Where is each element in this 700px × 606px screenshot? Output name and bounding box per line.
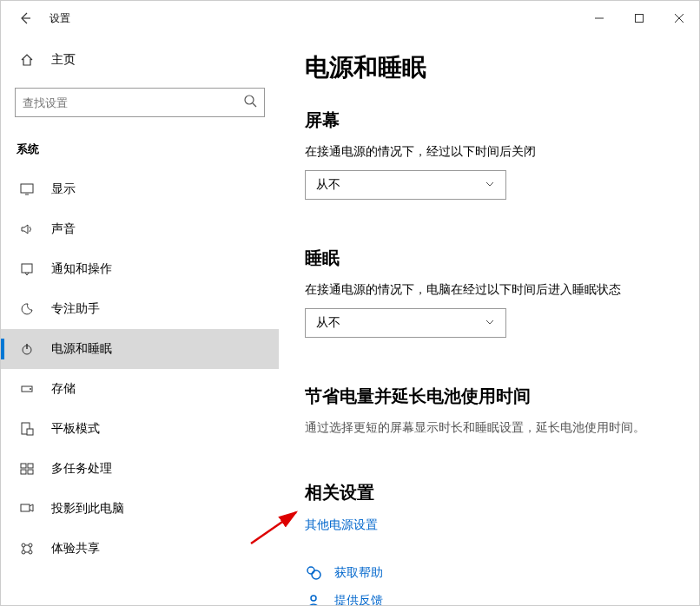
svg-point-23 <box>29 550 32 554</box>
multitask-icon <box>20 462 34 476</box>
nav-item-focus[interactable]: 专注助手 <box>1 289 279 329</box>
home-link[interactable]: 主页 <box>1 43 279 77</box>
svg-line-5 <box>253 103 256 107</box>
search-input[interactable] <box>23 96 243 109</box>
project-icon <box>20 502 34 516</box>
nav-label: 显示 <box>51 181 76 197</box>
get-help-label: 获取帮助 <box>334 565 383 581</box>
main-content: 电源和睡眠 屏幕 在接通电源的情况下，经过以下时间后关闭 从不 睡眠 在接通电源… <box>279 36 699 605</box>
svg-point-24 <box>307 567 314 574</box>
nav-label: 通知和操作 <box>51 261 112 277</box>
nav-item-multitask[interactable]: 多任务处理 <box>1 449 279 489</box>
svg-rect-19 <box>21 504 30 511</box>
sidebar: 主页 系统 显示 声音 通知和操作 专注助手 电源和睡眠 <box>1 36 279 605</box>
feedback-icon <box>305 592 322 605</box>
screen-section-title: 屏幕 <box>305 109 673 132</box>
nav-label: 体验共享 <box>51 541 100 557</box>
svg-point-22 <box>22 550 25 554</box>
nav-item-project[interactable]: 投影到此电脑 <box>1 489 279 529</box>
svg-rect-14 <box>27 429 33 435</box>
svg-point-20 <box>22 543 25 547</box>
nav-label: 投影到此电脑 <box>51 501 124 517</box>
sleep-section-title: 睡眠 <box>305 247 673 270</box>
battery-desc: 通过选择更短的屏幕显示时长和睡眠设置，延长电池使用时间。 <box>305 420 673 436</box>
monitor-icon <box>20 182 34 196</box>
svg-rect-17 <box>21 470 26 474</box>
sleep-timeout-value: 从不 <box>316 315 340 331</box>
nav-label: 存储 <box>51 381 76 397</box>
svg-point-12 <box>30 388 31 390</box>
svg-point-26 <box>311 596 316 601</box>
svg-rect-6 <box>21 184 33 193</box>
screen-desc: 在接通电源的情况下，经过以下时间后关闭 <box>305 144 673 160</box>
svg-point-25 <box>312 570 320 579</box>
nav-item-power[interactable]: 电源和睡眠 <box>1 329 279 369</box>
maximize-button[interactable] <box>619 4 659 32</box>
nav-item-tablet[interactable]: 平板模式 <box>1 409 279 449</box>
page-title: 电源和睡眠 <box>305 51 673 84</box>
moon-icon <box>20 302 34 316</box>
nav-label: 专注助手 <box>51 301 100 317</box>
share-icon <box>20 542 34 556</box>
related-section-title: 相关设置 <box>305 481 673 504</box>
svg-point-4 <box>245 96 254 104</box>
storage-icon <box>20 382 34 396</box>
back-button[interactable] <box>8 1 43 36</box>
speaker-icon <box>20 222 34 236</box>
nav-item-share[interactable]: 体验共享 <box>1 529 279 569</box>
home-label: 主页 <box>51 52 76 68</box>
svg-rect-16 <box>28 464 33 468</box>
svg-rect-18 <box>28 470 33 474</box>
search-icon <box>243 94 257 111</box>
screen-timeout-select[interactable]: 从不 <box>305 170 506 200</box>
minimize-button[interactable] <box>579 4 619 32</box>
tablet-icon <box>20 422 34 436</box>
other-power-settings-link[interactable]: 其他电源设置 <box>305 517 378 533</box>
nav-item-display[interactable]: 显示 <box>1 169 279 209</box>
feedback-link[interactable]: 提供反馈 <box>305 592 673 605</box>
svg-rect-15 <box>21 464 26 468</box>
get-help-link[interactable]: 获取帮助 <box>305 564 673 582</box>
section-label: 系统 <box>1 135 279 169</box>
feedback-label: 提供反馈 <box>334 593 383 605</box>
nav-item-sound[interactable]: 声音 <box>1 209 279 249</box>
nav-label: 多任务处理 <box>51 461 112 477</box>
battery-section-title: 节省电量并延长电池使用时间 <box>305 385 673 408</box>
chevron-down-icon <box>485 316 495 330</box>
nav-item-notifications[interactable]: 通知和操作 <box>1 249 279 289</box>
nav-item-storage[interactable]: 存储 <box>1 369 279 409</box>
window-title: 设置 <box>50 11 70 26</box>
home-icon <box>20 53 34 67</box>
svg-rect-8 <box>22 264 32 273</box>
sleep-desc: 在接通电源的情况下，电脑在经过以下时间后进入睡眠状态 <box>305 282 673 298</box>
svg-rect-1 <box>636 15 644 23</box>
notification-icon <box>20 262 34 276</box>
close-button[interactable] <box>659 4 699 32</box>
help-icon <box>305 564 322 582</box>
svg-point-21 <box>29 543 32 547</box>
nav-label: 平板模式 <box>51 421 100 437</box>
sleep-timeout-select[interactable]: 从不 <box>305 308 506 338</box>
nav-label: 电源和睡眠 <box>51 341 112 357</box>
chevron-down-icon <box>485 178 495 192</box>
search-input-container[interactable] <box>15 88 265 117</box>
power-icon <box>20 342 34 356</box>
screen-timeout-value: 从不 <box>316 177 340 193</box>
nav-label: 声音 <box>51 221 76 237</box>
